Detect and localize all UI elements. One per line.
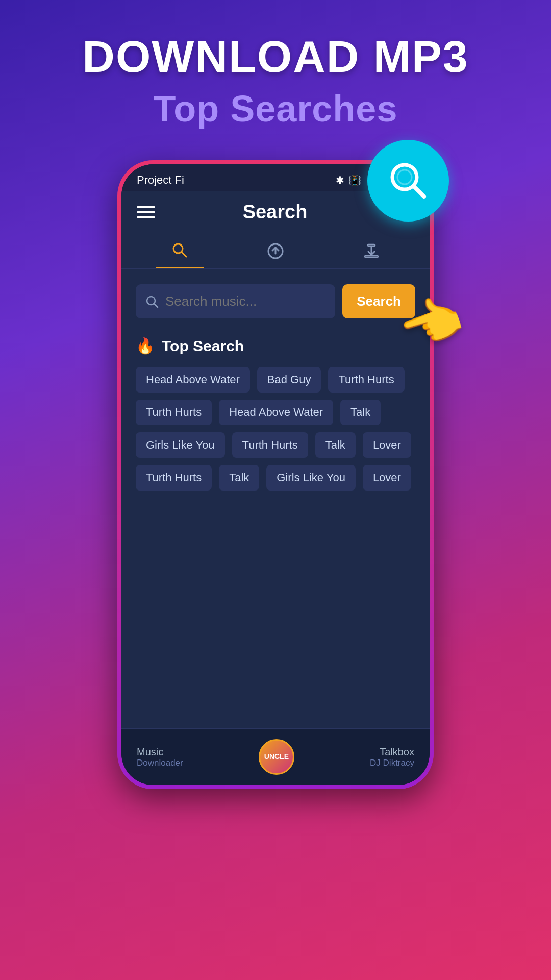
tag-talk-1[interactable]: Talk bbox=[340, 400, 381, 425]
tag-bad-guy[interactable]: Bad Guy bbox=[257, 367, 321, 393]
bottom-left-sub: Downloader bbox=[137, 758, 183, 768]
phone-inner: Project Fi ✱ 📳 ▼ ▲ 59% bbox=[121, 164, 430, 785]
bluetooth-icon: ✱ bbox=[336, 174, 344, 186]
tab-bar bbox=[121, 233, 430, 269]
search-input-wrap bbox=[136, 284, 335, 318]
tags-container: Head Above Water Bad Guy Turth Hurts Tur… bbox=[136, 367, 415, 491]
bottom-bar: Music Downloader UNCLE Talkbox DJ Diktra… bbox=[121, 728, 430, 785]
background: DOWNLOAD MP3 Top Searches 👉 Project Fi ✱ bbox=[0, 0, 551, 789]
album-art[interactable]: UNCLE bbox=[259, 739, 294, 775]
bottom-left-title: Music bbox=[137, 746, 183, 758]
vibrate-icon: 📳 bbox=[348, 174, 361, 186]
sub-title: Top Searches bbox=[0, 88, 551, 130]
tab-search[interactable] bbox=[156, 233, 204, 268]
search-bar-row: Search bbox=[136, 284, 415, 318]
svg-line-11 bbox=[154, 304, 158, 307]
phone-content: Search 🔥 Top Search Head Above Water Bad… bbox=[121, 269, 430, 728]
search-icon-circle bbox=[367, 140, 449, 222]
bottom-left-info: Music Downloader bbox=[137, 746, 183, 768]
album-label: UNCLE bbox=[264, 753, 289, 761]
tag-turth-hurts-3[interactable]: Turth Hurts bbox=[232, 432, 308, 458]
svg-point-1 bbox=[397, 170, 412, 184]
top-search-label: Top Search bbox=[162, 337, 244, 355]
tag-head-above-water-2[interactable]: Head Above Water bbox=[219, 400, 333, 425]
tag-talk-2[interactable]: Talk bbox=[315, 432, 356, 458]
hamburger-menu-button[interactable] bbox=[137, 206, 155, 218]
phone-outer: Project Fi ✱ 📳 ▼ ▲ 59% bbox=[117, 160, 434, 789]
search-music-input[interactable] bbox=[165, 293, 326, 309]
tag-head-above-water-1[interactable]: Head Above Water bbox=[136, 367, 250, 393]
tag-talk-3[interactable]: Talk bbox=[219, 465, 259, 491]
fire-icon: 🔥 bbox=[136, 337, 155, 355]
tab-upload[interactable] bbox=[252, 233, 299, 268]
tag-girls-like-you-2[interactable]: Girls Like You bbox=[266, 465, 356, 491]
carrier-label: Project Fi bbox=[137, 174, 184, 187]
search-magnifier-icon bbox=[385, 158, 431, 204]
phone-wrapper: 👉 Project Fi ✱ 📳 ▼ ▲ 59% bbox=[117, 160, 434, 789]
tag-turth-hurts-4[interactable]: Turth Hurts bbox=[136, 465, 212, 491]
download-tab-icon bbox=[363, 242, 380, 260]
svg-line-2 bbox=[414, 187, 424, 197]
main-title: DOWNLOAD MP3 bbox=[0, 31, 551, 83]
tag-turth-hurts-2[interactable]: Turth Hurts bbox=[136, 400, 212, 425]
tag-lover-2[interactable]: Lover bbox=[363, 465, 411, 491]
bottom-right-sub: DJ Diktracy bbox=[370, 758, 414, 768]
top-search-heading: 🔥 Top Search bbox=[136, 337, 415, 355]
tag-girls-like-you-1[interactable]: Girls Like You bbox=[136, 432, 225, 458]
bottom-right-info: Talkbox DJ Diktracy bbox=[370, 746, 414, 768]
svg-line-4 bbox=[182, 252, 186, 257]
header-section: DOWNLOAD MP3 Top Searches bbox=[0, 0, 551, 145]
svg-rect-7 bbox=[365, 256, 378, 257]
upload-tab-icon bbox=[267, 242, 284, 260]
search-tab-icon bbox=[171, 241, 188, 259]
bottom-right-title: Talkbox bbox=[380, 746, 414, 758]
tab-download[interactable] bbox=[347, 233, 395, 268]
tag-lover-1[interactable]: Lover bbox=[363, 432, 411, 458]
tag-turth-hurts-1[interactable]: Turth Hurts bbox=[328, 367, 404, 393]
search-input-icon bbox=[145, 295, 159, 309]
app-screen-title: Search bbox=[243, 201, 308, 223]
